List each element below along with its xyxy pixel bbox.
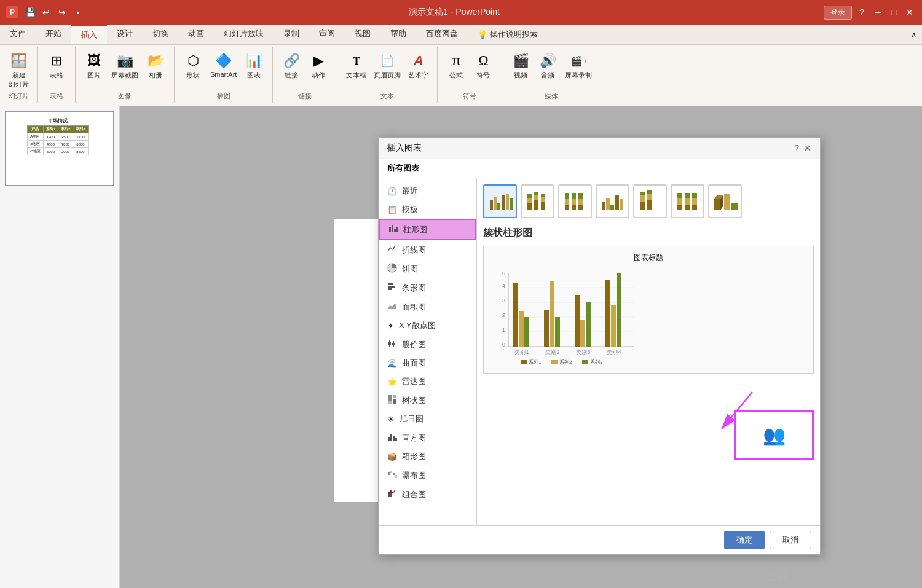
cat-box[interactable]: 📦 箱形图 (379, 447, 476, 466)
close-btn[interactable]: ✕ (904, 6, 916, 18)
cat-radar[interactable]: ⭐ 雷达图 (379, 372, 476, 391)
tab-transition[interactable]: 切换 (143, 25, 178, 44)
cat-sunburst[interactable]: ☀ 旭日图 (379, 410, 476, 428)
chart-type-100pct-stacked-column[interactable] (558, 184, 592, 218)
picture-button[interactable]: 🖼 图片 (82, 50, 106, 81)
cat-line[interactable]: 折线图 (379, 240, 476, 259)
redo-btn[interactable]: ↪ (55, 6, 69, 19)
header-label: 页眉页脚 (374, 71, 401, 80)
cat-pie[interactable]: 饼图 (379, 259, 476, 278)
minimize-btn[interactable]: ─ (872, 6, 884, 18)
cat-combo[interactable]: 组合图 (379, 485, 476, 504)
cat-box-label: 箱形图 (402, 451, 426, 462)
tab-animation[interactable]: 动画 (178, 25, 214, 44)
action-button[interactable]: ▶ 动作 (306, 50, 331, 81)
chart-type-3d-column[interactable] (708, 184, 742, 218)
cat-template[interactable]: 📋 模板 (379, 200, 476, 219)
ok-button[interactable]: 确定 (724, 531, 765, 549)
chart-type-stacked-column[interactable] (521, 184, 554, 218)
textbox-button[interactable]: 𝐓 文本框 (344, 50, 369, 81)
tab-insert[interactable]: 插入 (71, 25, 107, 44)
cat-recent[interactable]: 🕐 最近 (379, 182, 476, 200)
svg-rect-31 (506, 194, 509, 210)
maximize-btn[interactable]: □ (888, 6, 900, 18)
chart-right-panel: 簇状柱形图 图表标题 0 1 2 3 4 6 (477, 178, 820, 525)
svg-rect-30 (502, 195, 505, 210)
ribbon-collapse-btn[interactable]: ∧ (911, 25, 922, 44)
save-btn[interactable]: 💾 (23, 6, 37, 19)
smartart-icon: 🔷 (214, 51, 234, 71)
svg-rect-41 (541, 194, 545, 197)
table-button[interactable]: ⊞ 表格 (44, 50, 69, 81)
cat-treemap[interactable]: 树状图 (379, 391, 476, 410)
cat-scatter[interactable]: ✦ X Y散点图 (379, 316, 476, 335)
cat-stock-label: 股价图 (402, 339, 426, 350)
video-button[interactable]: 🎬 视频 (508, 50, 533, 81)
cat-stock[interactable]: 股价图 (379, 335, 476, 354)
screen-record-button[interactable]: 🎬+ 屏幕录制 (562, 50, 594, 81)
surface-icon: 🌊 (387, 359, 397, 368)
chart-button[interactable]: 📊 图表 (242, 50, 266, 81)
group-slides-label: 幻灯片 (9, 92, 29, 101)
svg-rect-42 (565, 205, 569, 210)
tab-file[interactable]: 文件 (0, 25, 36, 44)
cat-column[interactable]: 柱形图 (379, 219, 476, 240)
link-button[interactable]: 🔗 链接 (279, 50, 304, 81)
video-icon: 🎬 (511, 51, 530, 71)
svg-rect-62 (677, 205, 682, 210)
picture-label: 图片 (87, 71, 101, 80)
tab-help[interactable]: 帮助 (380, 25, 416, 44)
chart-type-3d-stacked-column[interactable] (633, 184, 667, 218)
cat-bar[interactable]: 条形图 (379, 278, 476, 297)
login-button[interactable]: 登录 (824, 6, 852, 20)
dialog-help-btn[interactable]: ? (794, 143, 799, 153)
chart-type-3d-100pct-column[interactable] (671, 184, 704, 218)
tab-baidu[interactable]: 百度网盘 (416, 25, 468, 44)
slide-thumbnail-1[interactable]: 1 市场情况 产品 系列1 系列2 系列3 A地区 1200 (5, 111, 114, 186)
tab-slideshow[interactable]: 幻灯片放映 (214, 25, 274, 44)
more-btn[interactable]: ▪ (71, 6, 85, 19)
chart-type-clustered-column[interactable] (483, 184, 517, 218)
svg-rect-6 (388, 286, 395, 288)
tab-home[interactable]: 开始 (36, 25, 71, 44)
cat-waterfall[interactable]: 瀑布图 (379, 466, 476, 485)
album-label: 相册 (149, 71, 162, 80)
cat-surface[interactable]: 🌊 曲面图 (379, 354, 476, 372)
cancel-button[interactable]: 取消 (770, 531, 811, 549)
equation-button[interactable]: π 公式 (444, 50, 468, 81)
tab-record[interactable]: 录制 (274, 25, 309, 44)
help-btn[interactable]: ? (856, 6, 868, 18)
title-bar-left: P 💾 ↩ ↪ ▪ (6, 6, 85, 19)
shapes-button[interactable]: ⬡ 形状 (181, 50, 205, 81)
tab-search[interactable]: 💡 操作说明搜索 (468, 25, 548, 44)
audio-button[interactable]: 🔊 音频 (535, 50, 560, 81)
cat-area[interactable]: 面积图 (379, 297, 476, 316)
new-slide-icon: 🪟 (9, 51, 29, 71)
slide-thumb[interactable]: 市场情况 产品 系列1 系列2 系列3 A地区 1200 2500 1700 (5, 111, 114, 186)
wordart-button[interactable]: A 艺术字 (406, 50, 431, 81)
svg-rect-19 (393, 436, 395, 441)
shapes-icon: ⬡ (183, 51, 203, 71)
dialog-close-btn[interactable]: ✕ (804, 143, 811, 153)
header-button[interactable]: 📄 页眉页脚 (371, 50, 403, 81)
svg-rect-71 (714, 199, 720, 210)
svg-rect-35 (527, 194, 532, 198)
new-slide-button[interactable]: 🪟 新建幻灯片 (6, 50, 31, 90)
tab-review[interactable]: 审阅 (309, 25, 345, 44)
svg-rect-16 (388, 401, 392, 404)
tab-design[interactable]: 设计 (107, 25, 143, 44)
screenshot-button[interactable]: 📷 屏幕截图 (109, 50, 141, 81)
sunburst-icon: ☀ (387, 415, 395, 424)
audio-label: 音频 (541, 71, 554, 80)
svg-rect-36 (534, 200, 538, 210)
symbol-button[interactable]: Ω 符号 (471, 50, 495, 81)
album-button[interactable]: 📂 相册 (143, 50, 168, 81)
svg-rect-34 (527, 198, 532, 203)
tab-view[interactable]: 视图 (345, 25, 380, 44)
chart-type-3d-clustered-column[interactable] (596, 184, 629, 218)
title-bar: P 💾 ↩ ↪ ▪ 演示文稿1 - PowerPoint 登录 ? ─ □ ✕ (0, 0, 922, 25)
cat-histogram[interactable]: 直方图 (379, 428, 476, 447)
undo-btn[interactable]: ↩ (39, 6, 53, 19)
svg-text:1: 1 (502, 327, 505, 333)
smartart-button[interactable]: 🔷 SmartArt (208, 50, 239, 79)
